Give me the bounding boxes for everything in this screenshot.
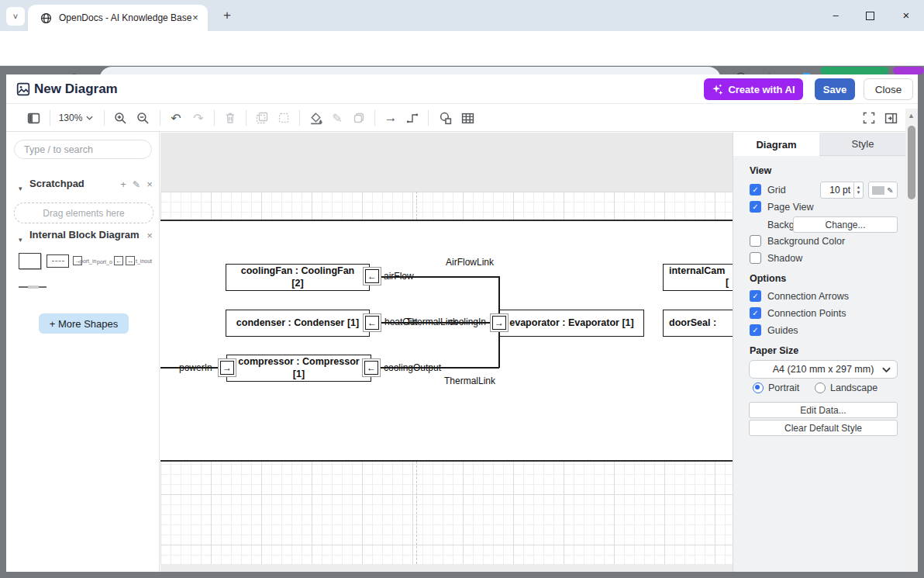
fullscreen-icon[interactable] xyxy=(859,108,879,128)
connector-label-thermallink2[interactable]: ThermalLink xyxy=(444,376,495,386)
canvas-horizontal-scrollbar[interactable] xyxy=(160,564,733,572)
grid-size-stepper[interactable]: ▲ ▼ xyxy=(854,182,864,199)
ibd-frame-block[interactable] xyxy=(160,220,733,462)
app-vertical-scrollbar[interactable]: ▲ xyxy=(905,109,918,572)
scroll-up-arrow-icon[interactable]: ▲ xyxy=(908,112,915,119)
save-button[interactable]: Save xyxy=(815,78,855,100)
shadow-checkbox[interactable] xyxy=(750,252,761,264)
copy-style-icon[interactable] xyxy=(349,108,369,128)
scratchpad-title: Scratchpad xyxy=(29,178,84,189)
toggle-sidebar-icon[interactable] xyxy=(23,108,43,128)
palette-close-icon[interactable]: × xyxy=(144,230,155,241)
paper-size-value: A4 (210 mm x 297 mm) xyxy=(773,364,874,375)
eyedropper-icon: ✎ xyxy=(887,186,893,195)
fill-color-icon[interactable] xyxy=(305,108,326,128)
portrait-radio[interactable] xyxy=(753,382,764,393)
line-color-icon[interactable]: ✎ xyxy=(327,108,347,128)
zoom-level-dropdown[interactable]: 130% xyxy=(54,109,98,126)
tab-style[interactable]: Style xyxy=(819,133,906,156)
grid-color-button[interactable]: ✎ xyxy=(868,182,898,199)
view-section-title: View xyxy=(750,165,771,176)
zoom-out-icon[interactable] xyxy=(133,108,153,128)
scratchpad-add-icon[interactable]: + xyxy=(118,178,129,190)
delete-icon[interactable] xyxy=(220,108,240,128)
background-color-checkbox[interactable] xyxy=(750,235,761,247)
insert-shape-icon[interactable] xyxy=(435,108,455,128)
browser-tab[interactable]: OpenDocs - AI Knowledge Base × xyxy=(28,5,208,31)
grid-size-input[interactable]: 10 pt xyxy=(820,182,854,199)
tab-diagram[interactable]: Diagram xyxy=(733,133,819,156)
block-internalcam[interactable]: internalCam [ xyxy=(663,264,733,291)
connector-powerin-horizontal[interactable] xyxy=(160,367,219,369)
connection-points-checkbox[interactable]: ✓ xyxy=(750,307,761,319)
page-view-label: Page View xyxy=(767,202,814,213)
connector-coolingoutput-horizontal[interactable] xyxy=(381,367,499,369)
zoom-in-icon[interactable] xyxy=(110,108,130,128)
part-shape-thumbnail[interactable] xyxy=(47,254,69,268)
more-shapes-button[interactable]: + More Shapes xyxy=(39,313,129,334)
background-color-label: Background Color xyxy=(767,236,845,247)
diagram-canvas[interactable]: AirFlowLink airFlow heatOut ThermalLink … xyxy=(160,133,733,572)
send-backward-icon[interactable] xyxy=(274,108,294,128)
paper-size-select[interactable]: A4 (210 mm x 297 mm) xyxy=(749,360,898,379)
tab-close-icon[interactable]: × xyxy=(189,12,202,24)
app-vertical-scrollbar-thumb[interactable] xyxy=(908,126,915,199)
scratchpad-edit-icon[interactable]: ✎ xyxy=(131,179,142,190)
scratchpad-collapse-icon[interactable]: ▾ xyxy=(19,180,22,194)
guides-checkbox[interactable]: ✓ xyxy=(750,324,761,336)
page-title: New Diagram xyxy=(34,81,118,97)
close-button[interactable]: Close xyxy=(864,78,913,100)
connector-airflowlink-horizontal[interactable] xyxy=(381,276,499,278)
stepper-down-icon[interactable]: ▼ xyxy=(857,190,861,196)
block-evaporator[interactable]: evaporator : Evaporator [1] xyxy=(499,310,644,337)
port-out-shape-thumbnail[interactable]: ← xyxy=(114,256,123,265)
port-inout-shape-thumbnail[interactable]: ↔ xyxy=(126,256,135,265)
block-shape-thumbnail[interactable] xyxy=(19,253,41,269)
undo-icon[interactable]: ↶ xyxy=(166,108,186,128)
connector-label-airflowlink[interactable]: AirFlowLink xyxy=(446,257,494,268)
stepper-up-icon[interactable]: ▲ xyxy=(857,185,861,190)
bring-forward-icon[interactable] xyxy=(252,108,272,128)
grid-checkbox[interactable]: ✓ xyxy=(750,184,761,196)
grid-label: Grid xyxy=(767,185,786,196)
palette-collapse-icon[interactable]: ▾ xyxy=(19,231,22,245)
block-doorseal[interactable]: doorSeal : xyxy=(663,310,733,337)
landscape-radio[interactable] xyxy=(815,382,826,393)
block-condenser[interactable]: condenser : Condenser [1] xyxy=(226,310,370,337)
dashed-line xyxy=(52,261,64,261)
port-airflow[interactable]: ← xyxy=(363,267,381,286)
toggle-right-panel-icon[interactable] xyxy=(881,108,901,128)
port-powerin[interactable]: → xyxy=(218,358,236,377)
block-compressor[interactable]: compressor : Compressor [1] xyxy=(226,355,371,382)
port-in-label: port_in xyxy=(80,258,96,264)
arrow-left-icon: ← xyxy=(116,258,122,265)
elbow-connector-icon[interactable] xyxy=(402,108,422,128)
window-minimize-button[interactable]: – xyxy=(828,8,843,23)
scratchpad-close-icon[interactable]: × xyxy=(144,178,155,190)
background-change-button[interactable]: Change... xyxy=(793,216,898,233)
paper-size-section-title: Paper Size xyxy=(750,345,798,356)
window-maximize-button[interactable] xyxy=(866,12,874,20)
create-with-ai-button[interactable]: Create with AI xyxy=(704,78,803,100)
edit-data-button[interactable]: Edit Data... xyxy=(749,402,898,418)
search-input[interactable] xyxy=(14,140,152,159)
clear-default-style-button[interactable]: Clear Default Style xyxy=(749,420,898,436)
connector-thermallink-horizontal[interactable] xyxy=(381,322,491,324)
port-out-label: port_o xyxy=(97,259,112,265)
port-coolingoutput[interactable]: ← xyxy=(362,358,381,377)
new-tab-button[interactable]: + xyxy=(219,7,236,24)
screen: { "browser": { "tab_title": "OpenDocs - … xyxy=(0,0,924,578)
redo-icon[interactable]: ↷ xyxy=(188,108,209,128)
port-inout-label: t_inout xyxy=(136,258,152,264)
port-coolingin[interactable]: → xyxy=(490,313,509,332)
port-heatout[interactable]: ← xyxy=(363,313,381,332)
insert-table-icon[interactable] xyxy=(457,108,478,128)
tab-search-chevron-button[interactable]: ˅ xyxy=(6,7,25,26)
connection-arrows-checkbox[interactable]: ✓ xyxy=(750,290,761,302)
window-close-button[interactable]: × xyxy=(898,8,914,23)
block-coolingfan[interactable]: coolingFan : CoolingFan [2] xyxy=(226,264,370,291)
straight-connector-icon[interactable]: → xyxy=(381,108,401,128)
page-guide-dashed-top xyxy=(416,192,417,220)
scratchpad-drop-area[interactable]: Drag elements here xyxy=(14,202,153,223)
page-view-checkbox[interactable]: ✓ xyxy=(750,201,761,213)
